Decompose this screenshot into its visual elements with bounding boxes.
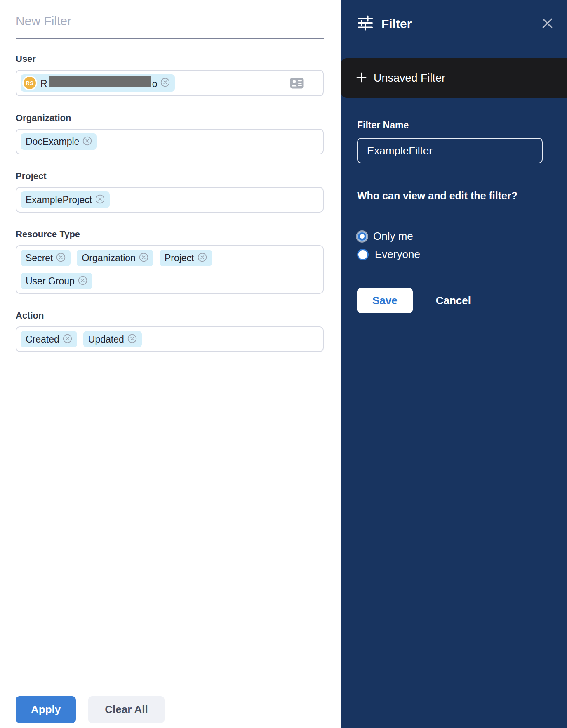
organization-field-input[interactable]: DocExample [16, 129, 324, 154]
remove-created-chip-button[interactable] [63, 334, 72, 345]
remove-project-type-chip-button[interactable] [198, 253, 207, 263]
filter-name-input[interactable] [357, 138, 543, 163]
unsaved-filter-label: Unsaved Filter [374, 72, 445, 85]
resource-chip-secret: Secret [21, 250, 71, 266]
remove-icon [56, 253, 66, 263]
project-chip: ExampleProject [21, 191, 110, 208]
remove-organization-chip-button[interactable] [82, 136, 92, 147]
radio-selected-icon [357, 232, 367, 241]
remove-icon [198, 253, 207, 263]
filter-name-label: Filter Name [357, 120, 553, 131]
resource-chip-user-group: User Group [21, 273, 92, 289]
remove-icon [160, 78, 170, 88]
resource-type-field-input[interactable]: Secret Organization Project [16, 245, 324, 294]
unsaved-filter-tab[interactable]: Unsaved Filter [341, 58, 567, 98]
remove-user-group-chip-button[interactable] [78, 276, 87, 286]
visibility-radio-group: Only me Everyone [357, 230, 553, 261]
radio-label: Only me [373, 230, 413, 243]
save-button[interactable]: Save [357, 288, 413, 313]
filter-form-panel: User RS Ro [0, 0, 341, 728]
filter-title-input[interactable] [16, 14, 324, 28]
resource-chip-organization: Organization [77, 250, 153, 266]
remove-icon [95, 194, 105, 205]
user-avatar: RS [22, 76, 37, 90]
clear-all-button[interactable]: Clear All [88, 696, 165, 723]
organization-field-label: Organization [16, 113, 324, 123]
cancel-button[interactable]: Cancel [433, 294, 473, 307]
remove-project-chip-button[interactable] [95, 194, 105, 205]
remove-icon [127, 334, 137, 345]
close-panel-button[interactable] [542, 18, 553, 30]
remove-organization-type-chip-button[interactable] [139, 253, 148, 263]
radio-option-only-me[interactable]: Only me [357, 230, 553, 243]
filter-screen: User RS Ro [0, 0, 567, 728]
radio-option-everyone[interactable]: Everyone [357, 248, 553, 261]
filter-side-panel: Filter Unsaved Filter Filter Name Who ca… [341, 0, 567, 728]
close-icon [542, 18, 553, 30]
form-action-buttons: Apply Clear All [16, 696, 165, 723]
plus-icon [356, 72, 367, 85]
organization-chip: DocExample [21, 133, 97, 150]
side-panel-title: Filter [381, 17, 412, 31]
redacted-name-bar [49, 76, 151, 87]
action-chip-created: Created [21, 331, 77, 347]
user-field-input[interactable]: RS Ro [16, 70, 324, 96]
remove-icon [139, 253, 148, 263]
panel-action-buttons: Save Cancel [357, 288, 553, 313]
remove-icon [78, 276, 87, 286]
sliders-icon [357, 15, 374, 33]
resource-type-field-label: Resource Type [16, 229, 324, 240]
radio-unselected-icon [357, 249, 369, 260]
remove-secret-chip-button[interactable] [56, 253, 66, 263]
user-chip: RS Ro [21, 74, 175, 92]
remove-updated-chip-button[interactable] [127, 334, 137, 345]
project-field-input[interactable]: ExampleProject [16, 187, 324, 213]
action-chip-updated: Updated [83, 331, 142, 347]
user-chip-name: Ro [40, 76, 157, 90]
action-field-input[interactable]: Created Updated [16, 326, 324, 352]
user-field-label: User [16, 54, 324, 64]
contact-card-icon[interactable] [290, 78, 304, 89]
remove-icon [82, 136, 92, 147]
resource-chip-project: Project [160, 250, 212, 266]
action-field-label: Action [16, 310, 324, 321]
remove-icon [63, 334, 72, 345]
visibility-question: Who can view and edit the filter? [357, 190, 553, 202]
radio-label: Everyone [375, 248, 420, 261]
apply-button[interactable]: Apply [16, 696, 76, 723]
side-panel-header: Filter [341, 0, 567, 33]
remove-user-chip-button[interactable] [160, 78, 170, 88]
title-divider [16, 38, 324, 39]
project-field-label: Project [16, 171, 324, 182]
